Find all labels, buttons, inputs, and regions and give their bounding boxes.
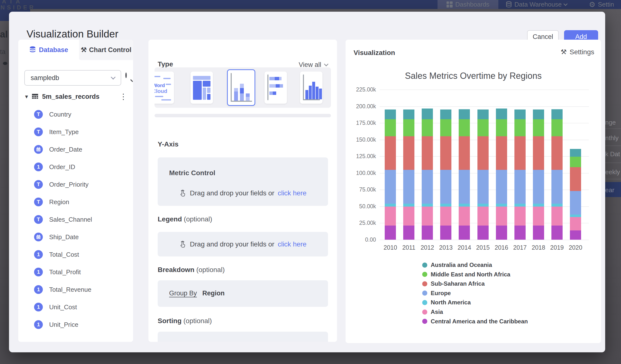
field-item-order_priority[interactable]: TOrder_Priority (34, 179, 126, 190)
click-here-link[interactable]: click here (278, 240, 306, 248)
bar-segment-2013[interactable] (440, 170, 451, 203)
field-item-total_revenue[interactable]: 1Total_Revenue (34, 284, 126, 295)
legend-item[interactable]: Central America and the Caribbean (422, 318, 528, 325)
bar-segment-2016[interactable] (496, 108, 507, 119)
bar-segment-2019[interactable] (552, 170, 563, 203)
field-item-total_cost[interactable]: 1Total_Cost (34, 249, 126, 260)
bar-segment-2015[interactable] (477, 119, 489, 136)
bar-segment-2020[interactable] (570, 167, 581, 191)
bar-segment-2019[interactable] (552, 207, 563, 225)
legend-item[interactable]: Sub-Saharan Africa (422, 280, 485, 287)
bar-segment-2010[interactable] (385, 119, 396, 136)
bar-segment-2016[interactable] (496, 170, 507, 203)
bar-segment-2011[interactable] (403, 207, 414, 225)
bar-segment-2020[interactable] (570, 215, 581, 217)
kebab-menu-icon[interactable]: ⋮ (120, 92, 127, 101)
bar-segment-2012[interactable] (422, 225, 433, 240)
field-item-unit_price[interactable]: 1Unit_Price (34, 319, 126, 330)
bar-segment-2015[interactable] (477, 204, 489, 207)
bar-segment-2013[interactable] (440, 119, 451, 136)
bar-segment-2016[interactable] (496, 225, 507, 240)
bar-segment-2018[interactable] (533, 109, 544, 119)
bar-segment-2017[interactable] (514, 204, 526, 207)
type-row-scrollbar[interactable] (155, 114, 331, 117)
bar-segment-2014[interactable] (459, 225, 470, 240)
bar-segment-2012[interactable] (422, 108, 433, 119)
bar-segment-2013[interactable] (440, 207, 451, 225)
bar-segment-2010[interactable] (385, 204, 396, 207)
bar-segment-2016[interactable] (496, 119, 507, 136)
caret-down-icon[interactable]: ▾ (25, 93, 28, 100)
nav-data-warehouse[interactable]: Data Warehouse (506, 0, 567, 9)
bar-segment-2010[interactable] (385, 225, 396, 240)
bar-segment-2017[interactable] (514, 170, 526, 203)
bar-segment-2014[interactable] (459, 136, 470, 170)
bar-segment-2013[interactable] (440, 109, 451, 119)
field-item-country[interactable]: TCountry (34, 109, 126, 120)
legend-item[interactable]: Middle East and North Africa (422, 271, 510, 278)
bar-segment-2017[interactable] (514, 136, 526, 170)
bar-segment-2011[interactable] (403, 136, 414, 170)
bar-segment-2019[interactable] (552, 225, 563, 240)
field-item-sales_channel[interactable]: TSales_Channel (34, 214, 126, 225)
chart-type-word-cloud[interactable]: Word Cloud (155, 71, 174, 104)
legend-item[interactable]: Europe (422, 290, 451, 297)
bar-segment-2017[interactable] (514, 207, 526, 225)
field-item-total_profit[interactable]: 1Total_Profit (34, 267, 126, 277)
bar-segment-2019[interactable] (552, 109, 563, 119)
bar-segment-2016[interactable] (496, 136, 507, 170)
bar-segment-2010[interactable] (385, 109, 396, 119)
tab-database[interactable]: Database (18, 40, 79, 60)
bar-segment-2012[interactable] (422, 207, 433, 225)
group-by-value[interactable]: Region (203, 290, 225, 297)
nav-dashboards[interactable]: Dashboards (437, 0, 498, 9)
bar-segment-2020[interactable] (570, 230, 581, 240)
bar-segment-2018[interactable] (533, 207, 544, 225)
bar-segment-2014[interactable] (459, 207, 470, 225)
table-tree-header[interactable]: ▾ 5m_sales_records ⋮ (25, 91, 127, 102)
bar-segment-2019[interactable] (552, 136, 563, 170)
bar-segment-2010[interactable] (385, 136, 396, 170)
bar-segment-2012[interactable] (422, 119, 433, 136)
group-by-label[interactable]: Group By (169, 290, 197, 297)
bar-segment-2016[interactable] (496, 204, 507, 207)
bar-segment-2013[interactable] (440, 225, 451, 240)
bar-segment-2011[interactable] (403, 204, 414, 207)
chart-type-treemap[interactable] (190, 71, 213, 104)
metric-control-dropzone[interactable]: Metric Control Drag and drop your fields… (158, 157, 328, 206)
bar-segment-2018[interactable] (533, 225, 544, 240)
field-item-order_id[interactable]: 1Order_ID (34, 162, 126, 172)
bar-segment-2011[interactable] (403, 170, 414, 203)
legend-item[interactable]: Australia and Oceania (422, 261, 492, 268)
bar-segment-2013[interactable] (440, 136, 451, 170)
bar-segment-2018[interactable] (533, 204, 544, 207)
bar-segment-2015[interactable] (477, 109, 489, 119)
bar-segment-2012[interactable] (422, 136, 433, 170)
bar-segment-2018[interactable] (533, 170, 544, 203)
nav-settings[interactable]: ⚙ Settin (589, 0, 614, 9)
field-item-ship_date[interactable]: Ship_Date (34, 232, 126, 242)
sorting-box[interactable]: Data Range Ascending (158, 332, 328, 342)
bar-segment-2020[interactable] (570, 157, 581, 167)
bar-segment-2015[interactable] (477, 136, 489, 170)
bar-segment-2014[interactable] (459, 109, 470, 119)
bar-segment-2020[interactable] (570, 149, 581, 157)
bar-segment-2010[interactable] (385, 170, 396, 203)
bar-segment-2017[interactable] (514, 119, 526, 136)
database-select[interactable]: sampledb (24, 70, 121, 86)
bar-segment-2015[interactable] (477, 170, 489, 203)
chart-type-stacked-bar[interactable] (264, 71, 287, 104)
bar-segment-2018[interactable] (533, 119, 544, 136)
sort-field-value[interactable]: Ascending (210, 341, 243, 342)
legend-item[interactable]: North America (422, 299, 471, 306)
bar-segment-2011[interactable] (403, 109, 414, 119)
click-here-link[interactable]: click here (278, 189, 306, 197)
bar-segment-2011[interactable] (403, 119, 414, 136)
bar-segment-2017[interactable] (514, 225, 526, 240)
sort-field-label[interactable]: Data Range (169, 341, 204, 342)
bar-segment-2020[interactable] (570, 191, 581, 215)
bar-segment-2013[interactable] (440, 204, 451, 207)
bar-segment-2018[interactable] (533, 136, 544, 170)
bar-segment-2014[interactable] (459, 170, 470, 203)
bar-segment-2019[interactable] (552, 204, 563, 207)
